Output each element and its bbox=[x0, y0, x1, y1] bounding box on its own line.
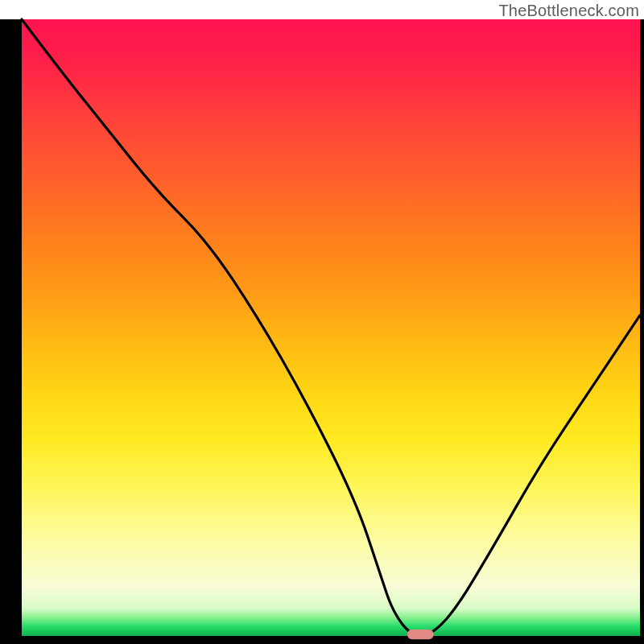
plot-svg bbox=[22, 19, 640, 636]
chart-frame: TheBottleneck.com bbox=[0, 0, 644, 644]
optimum-marker bbox=[407, 630, 434, 639]
top-white-strip: TheBottleneck.com bbox=[0, 0, 644, 19]
watermark-text: TheBottleneck.com bbox=[498, 2, 639, 20]
bottleneck-curve bbox=[22, 19, 640, 636]
plot-area bbox=[22, 19, 640, 636]
